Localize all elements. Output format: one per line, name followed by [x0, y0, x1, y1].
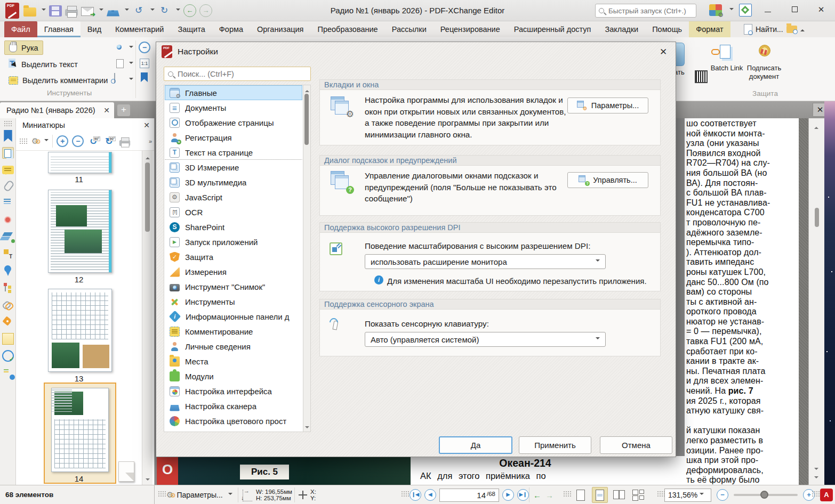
current-page[interactable]: 14	[477, 491, 486, 500]
parameters-button[interactable]: ⚙ Параметры...	[567, 97, 648, 113]
settings-category-item[interactable]: Места	[165, 354, 302, 369]
print-icon[interactable]	[65, 9, 78, 16]
ribbon-tab[interactable]: Рецензирование	[433, 21, 507, 37]
structure-icon[interactable]	[2, 282, 14, 294]
continuous-layout-icon[interactable]	[592, 487, 608, 503]
select-text-button[interactable]: Выделить текст	[4, 57, 82, 71]
find-in-document-icon[interactable]	[744, 24, 752, 35]
settings-category-item[interactable]: 3D мультимедиа	[165, 175, 302, 190]
paste-dropdown-icon[interactable]	[129, 62, 133, 66]
new-tab-button[interactable]: +	[117, 104, 130, 116]
settings-category-item[interactable]: Измерения	[165, 264, 302, 279]
ribbon-tab[interactable]: Формат	[689, 21, 730, 37]
thumbnails-icon[interactable]	[2, 147, 14, 159]
nav-drag-handle[interactable]	[401, 491, 410, 497]
view-forward-icon[interactable]: →	[545, 491, 553, 500]
close-panel-icon[interactable]: ✕	[143, 121, 150, 129]
page-thumbnail[interactable]	[48, 152, 112, 173]
batch-link-button[interactable]: Batch Link	[708, 64, 745, 72]
find-in-files-icon[interactable]	[786, 26, 797, 33]
ribbon-tab[interactable]: Файл	[4, 21, 37, 37]
dpi-scaling-select[interactable]: использовать расширение монитора	[365, 254, 606, 269]
ribbon-tab[interactable]: Помощь	[645, 21, 689, 37]
ribbon-tab[interactable]: Комментарий	[108, 21, 171, 37]
touch-keyboard-select[interactable]: Авто (управляется системой)	[365, 332, 606, 347]
settings-category-item[interactable]: Настройка сканера	[165, 399, 302, 413]
document-scrollbar[interactable]	[808, 118, 824, 485]
prev-page-icon[interactable]: ◀	[424, 489, 436, 501]
accessibility-report-icon[interactable]	[2, 367, 14, 379]
next-page-icon[interactable]: ▶	[502, 489, 514, 501]
options-dropdown-icon[interactable]	[44, 139, 49, 143]
bookmark-tool-icon[interactable]	[141, 72, 148, 82]
redo-icon[interactable]: ↻	[158, 5, 171, 16]
ok-button[interactable]: Да	[439, 436, 512, 454]
search-doc-icon[interactable]	[114, 73, 115, 83]
two-page-layout-icon[interactable]	[611, 487, 627, 503]
scan-dropdown-icon[interactable]	[125, 9, 129, 13]
zoom-slider-thumb[interactable]	[760, 491, 768, 499]
ribbon-tab[interactable]: Закладки	[598, 21, 645, 37]
statusbar-drag-handle[interactable]	[158, 491, 166, 497]
attachments-icon[interactable]	[2, 180, 14, 191]
zoom-in-thumbs-icon[interactable]: +	[57, 135, 68, 147]
ribbon-tab[interactable]: Защита	[171, 21, 212, 37]
settings-category-item[interactable]: + Регистрация	[165, 130, 302, 145]
links-icon[interactable]	[2, 299, 14, 311]
settings-category-item[interactable]: Главные	[165, 85, 302, 100]
print-thumbs-icon[interactable]	[119, 140, 130, 146]
signatures-icon[interactable]	[2, 214, 14, 225]
layers-icon[interactable]	[2, 231, 14, 242]
first-page-icon[interactable]: ❙◀	[410, 489, 421, 501]
page-thumbnail[interactable]	[48, 289, 112, 372]
settings-category-item[interactable]: Модули	[165, 369, 302, 384]
ribbon-tab[interactable]: Главная	[37, 21, 81, 37]
statusbar-options-label[interactable]: Параметры...	[176, 491, 222, 499]
minimize-button[interactable]	[757, 2, 778, 18]
sign-document-button[interactable]: Подписать документ	[742, 64, 786, 81]
zoom-out-icon[interactable]: −	[717, 489, 728, 501]
settings-category-item[interactable]: Защита	[165, 249, 302, 264]
settings-search-input[interactable]	[176, 69, 307, 79]
settings-category-item[interactable]: Настройка цветового прост	[165, 413, 302, 428]
maximize-button[interactable]	[784, 2, 805, 18]
category-list-scrollbar[interactable]	[303, 85, 311, 432]
page-thumbnail[interactable]	[48, 190, 112, 273]
settings-category-item[interactable]: Инструмент "Снимок"	[165, 279, 302, 294]
settings-category-item[interactable]: Комментирование	[165, 324, 302, 339]
zoom-level-value[interactable]: 131,56%	[668, 491, 697, 499]
last-page-icon[interactable]: ▶❙	[517, 489, 529, 501]
bookmarks-icon[interactable]	[2, 130, 14, 142]
snapshot-dropdown-icon[interactable]	[129, 46, 133, 50]
single-page-layout-icon[interactable]	[573, 487, 589, 503]
open-file-icon[interactable]	[23, 7, 36, 17]
document-tab[interactable]: Радио №1 (январь 2026) ✕	[0, 102, 114, 118]
scan-icon[interactable]	[107, 6, 119, 17]
ribbon-tab[interactable]: Форма	[212, 21, 250, 37]
zoom-level-box[interactable]: 131,56%	[664, 489, 711, 502]
page-number-box[interactable]: 14 /68	[439, 489, 499, 502]
quick-launch-input[interactable]	[607, 6, 704, 15]
expand-layout-icon[interactable]	[739, 4, 752, 17]
open-dropdown-icon[interactable]	[42, 9, 46, 13]
undo-icon[interactable]: ↺	[132, 5, 145, 16]
cancel-button[interactable]: Отмена	[600, 436, 672, 454]
ui-options-dropdown-icon[interactable]	[729, 8, 734, 12]
adobe-drag-handle[interactable]	[812, 491, 820, 497]
reading-order-icon[interactable]	[2, 333, 14, 345]
settings-category-item[interactable]: Запуск приложений	[165, 234, 302, 249]
settings-category-item[interactable]: Инструменты	[165, 294, 302, 309]
view-back-icon[interactable]: ←	[533, 491, 541, 500]
thumbnail-options-icon[interactable]: ⚙	[31, 136, 38, 146]
barcode-icon[interactable]	[695, 70, 708, 83]
settings-category-item[interactable]: Документы	[165, 100, 302, 115]
destinations-icon[interactable]	[2, 265, 14, 277]
zoom-out-tool-icon[interactable]: −	[139, 42, 150, 53]
zoom-slider[interactable]	[734, 494, 798, 496]
layout-drag-handle[interactable]	[563, 491, 572, 497]
fields-icon[interactable]	[2, 197, 14, 208]
collapse-ribbon-icon[interactable]	[800, 27, 805, 31]
settings-category-item[interactable]: SharePoint	[165, 220, 302, 234]
close-tab-icon[interactable]: ✕	[103, 106, 110, 115]
hand-tool-button[interactable]: Рука	[4, 40, 43, 55]
